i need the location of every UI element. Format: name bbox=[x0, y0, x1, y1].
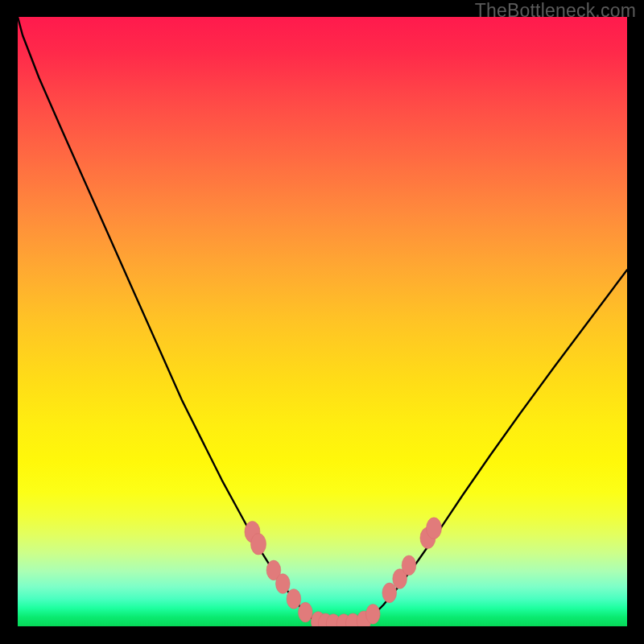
plot-area bbox=[18, 17, 627, 626]
data-marker bbox=[250, 534, 266, 555]
data-marker bbox=[365, 605, 380, 625]
data-marker bbox=[298, 602, 312, 622]
curve-layer bbox=[18, 17, 627, 626]
data-marker bbox=[275, 574, 290, 594]
data-marker bbox=[287, 589, 301, 609]
chart-frame: TheBottleneck.com bbox=[0, 0, 644, 644]
bottleneck-curve bbox=[18, 17, 627, 625]
data-marker bbox=[402, 555, 416, 576]
data-marker bbox=[426, 518, 441, 539]
data-marker bbox=[382, 583, 397, 603]
watermark-text: TheBottleneck.com bbox=[475, 0, 636, 22]
